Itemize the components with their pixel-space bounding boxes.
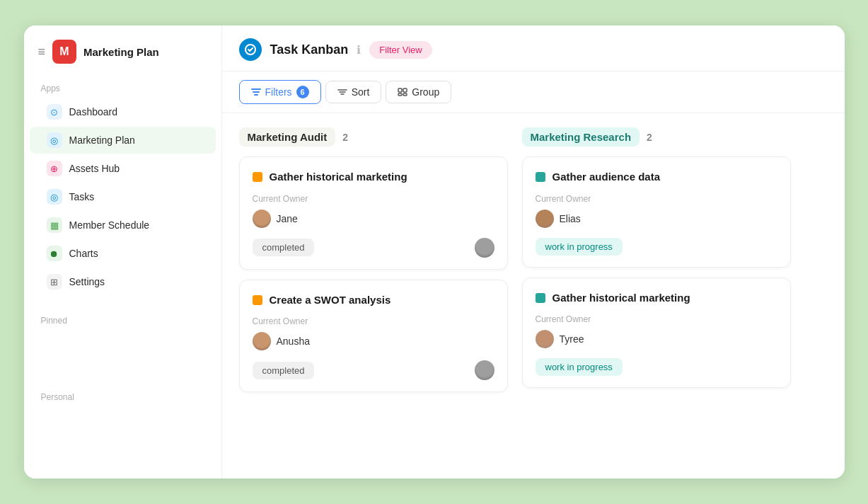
- tasks-icon: ◎: [47, 189, 62, 205]
- card-swot-analysis[interactable]: Create a SWOT analysis Current Owner Anu…: [239, 280, 508, 393]
- card-dot-orange: [253, 295, 262, 305]
- card-dot-teal: [536, 172, 545, 182]
- card-gather-historical[interactable]: Gather historical marketing Current Owne…: [239, 156, 508, 270]
- card-gather-historical-marketing[interactable]: Gather historical marketing Current Owne…: [522, 277, 791, 389]
- card-title-row: Gather audience data: [536, 170, 777, 184]
- sidebar-title: Marketing Plan: [83, 46, 159, 58]
- sort-icon: [337, 87, 347, 97]
- avatar-anusha: [253, 332, 271, 350]
- card-dot-teal: [536, 293, 545, 303]
- sidebar-item-dashboard[interactable]: ⊙ Dashboard: [30, 98, 216, 125]
- card-footer: completed: [253, 360, 494, 380]
- sidebar-item-label: Marketing Plan: [69, 134, 135, 146]
- card-owner-label: Current Owner: [536, 194, 777, 204]
- topbar-icon: [239, 38, 262, 61]
- avatar-thumb: [475, 238, 494, 258]
- sidebar-item-assets-hub[interactable]: ⊕ Assets Hub: [30, 155, 216, 182]
- sidebar-item-label: Member Schedule: [69, 219, 150, 231]
- card-title-row: Gather historical marketing: [536, 291, 777, 305]
- card-title: Create a SWOT analysis: [270, 293, 391, 307]
- card-owner-label: Current Owner: [536, 314, 777, 324]
- group-label: Group: [412, 86, 439, 98]
- group-button[interactable]: Group: [386, 81, 451, 103]
- sidebar-item-charts[interactable]: ⏺ Charts: [30, 240, 216, 267]
- sidebar-item-label: Tasks: [69, 191, 95, 202]
- personal-section-label: Personal: [24, 386, 221, 406]
- sidebar-item-label: Assets Hub: [69, 163, 120, 174]
- filters-button[interactable]: Filters 6: [239, 80, 321, 104]
- status-badge-completed: completed: [253, 362, 315, 379]
- sidebar-item-marketing-plan[interactable]: ◎ Marketing Plan: [30, 127, 216, 154]
- assets-hub-icon: ⊕: [47, 161, 62, 176]
- filter-icon: [251, 87, 261, 97]
- sort-button[interactable]: Sort: [325, 81, 382, 103]
- column-title-marketing-audit: Marketing Audit: [239, 127, 336, 147]
- charts-icon: ⏺: [47, 246, 62, 261]
- owner-name: Anusha: [277, 336, 310, 347]
- svg-rect-1: [398, 88, 402, 92]
- card-gather-audience[interactable]: Gather audience data Current Owner Elias…: [522, 156, 791, 268]
- card-owner-row: Anusha: [253, 332, 494, 350]
- pinned-section-label: Pinned: [24, 310, 221, 330]
- settings-icon: ⊞: [47, 274, 62, 290]
- menu-icon[interactable]: ≡: [38, 45, 46, 59]
- column-header-marketing-audit: Marketing Audit 2: [239, 127, 508, 147]
- sidebar: ≡ M Marketing Plan Apps ⊙ Dashboard ◎ Ma…: [24, 25, 222, 479]
- column-marketing-research: Marketing Research 2 Gather audience dat…: [522, 127, 791, 464]
- avatar-thumb: [475, 360, 494, 380]
- sort-label: Sort: [352, 86, 370, 98]
- dashboard-icon: ⊙: [47, 104, 62, 120]
- sidebar-header: ≡ M Marketing Plan: [24, 40, 221, 78]
- toolbar: Filters 6 Sort Group: [222, 71, 845, 113]
- card-footer: work in progress: [536, 358, 777, 376]
- owner-name: Jane: [277, 213, 298, 224]
- svg-rect-3: [398, 93, 402, 96]
- filter-count: 6: [296, 86, 309, 98]
- column-header-marketing-research: Marketing Research 2: [522, 127, 791, 147]
- main-content: Task Kanban ℹ Filter View Filters 6 Sort: [222, 25, 845, 479]
- marketing-plan-icon: ◎: [47, 132, 62, 148]
- group-icon: [398, 87, 407, 97]
- owner-name: Tyree: [560, 333, 584, 345]
- svg-rect-2: [403, 88, 407, 92]
- apps-section-label: Apps: [24, 78, 221, 98]
- sidebar-item-settings[interactable]: ⊞ Settings: [30, 268, 216, 295]
- sidebar-item-tasks[interactable]: ◎ Tasks: [30, 183, 216, 210]
- status-badge-completed: completed: [253, 239, 315, 256]
- topbar: Task Kanban ℹ Filter View: [222, 25, 845, 71]
- card-footer: completed: [253, 238, 494, 258]
- card-title: Gather historical marketing: [270, 170, 407, 184]
- kanban-board: Marketing Audit 2 Gather historical mark…: [222, 113, 845, 479]
- sidebar-item-label: Settings: [69, 276, 105, 287]
- filter-view-button[interactable]: Filter View: [369, 41, 432, 59]
- avatar-tyree: [536, 330, 554, 348]
- sidebar-logo: M: [52, 40, 76, 64]
- card-title: Gather audience data: [552, 170, 661, 184]
- owner-name: Elias: [560, 213, 581, 224]
- card-dot-orange: [253, 172, 262, 182]
- column-title-marketing-research: Marketing Research: [522, 127, 640, 147]
- info-icon[interactable]: ℹ: [357, 43, 361, 57]
- avatar-jane: [253, 210, 271, 228]
- status-badge-wip: work in progress: [536, 238, 623, 256]
- avatar-elias: [536, 210, 554, 228]
- filters-label: Filters: [265, 86, 292, 98]
- card-owner-row: Tyree: [536, 330, 777, 348]
- card-owner-label: Current Owner: [253, 194, 494, 204]
- card-title-row: Create a SWOT analysis: [253, 293, 494, 307]
- card-footer: work in progress: [536, 238, 777, 256]
- svg-rect-4: [403, 93, 407, 96]
- card-owner-row: Elias: [536, 210, 777, 228]
- column-count-marketing-research: 2: [647, 132, 652, 143]
- schedule-icon: ▦: [47, 217, 62, 233]
- status-badge-wip: work in progress: [536, 358, 623, 376]
- column-count-marketing-audit: 2: [342, 132, 348, 143]
- sidebar-item-label: Charts: [69, 248, 98, 259]
- card-title-row: Gather historical marketing: [253, 170, 494, 184]
- card-title: Gather historical marketing: [552, 291, 690, 305]
- card-owner-row: Jane: [253, 210, 494, 228]
- sidebar-item-label: Dashboard: [69, 106, 118, 118]
- topbar-title: Task Kanban: [270, 42, 349, 57]
- sidebar-item-member-schedule[interactable]: ▦ Member Schedule: [30, 212, 216, 239]
- column-marketing-audit: Marketing Audit 2 Gather historical mark…: [239, 127, 508, 464]
